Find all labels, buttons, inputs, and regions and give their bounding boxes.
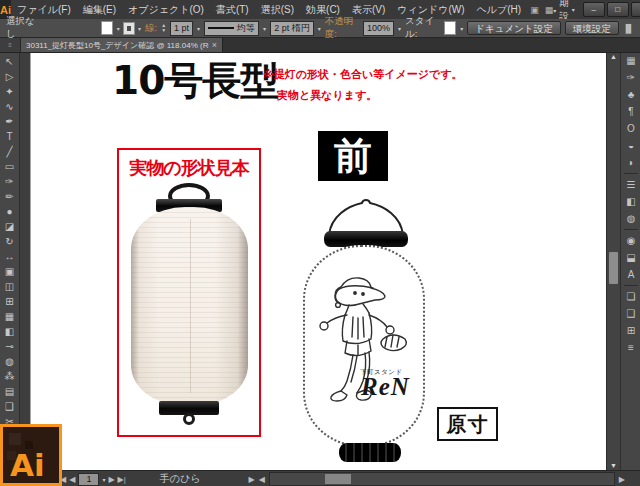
tool-selection[interactable]: ↖ [1, 54, 19, 69]
actual-size-box[interactable]: 原寸 [437, 407, 498, 441]
vertical-scroll-thumb[interactable] [609, 252, 618, 284]
panel-stroke[interactable]: ☰ [621, 176, 640, 193]
panel-brushes[interactable]: ✑ [621, 69, 640, 86]
appearance-icon: ◉ [627, 235, 636, 246]
opacity-label[interactable]: 不透明度: [325, 15, 359, 41]
stroke-label[interactable]: 線: [145, 22, 157, 35]
tool-mesh[interactable]: ▦ [1, 309, 19, 324]
tool-type[interactable]: T [1, 129, 19, 144]
menu-item-type[interactable]: 書式(T) [210, 0, 255, 19]
panel-paragraph[interactable]: ¶ [621, 103, 640, 120]
lantern-photo[interactable] [128, 182, 252, 440]
previous-artboard-icon[interactable]: ◀ [69, 475, 75, 484]
tool-rotate[interactable]: ↻ [1, 234, 19, 249]
tab-close-icon[interactable]: × [212, 40, 217, 50]
stroke-weight-stepper[interactable]: ▲▼ [161, 23, 166, 33]
menu-item-edit[interactable]: 編集(E) [77, 0, 122, 19]
tool-paintbrush[interactable]: ✑ [1, 174, 19, 189]
preferences-button[interactable]: 環境設定 [565, 21, 619, 35]
close-button[interactable]: × [631, 2, 640, 17]
artwork-title-text[interactable]: 10号長型 [112, 54, 278, 108]
tool-column-graph[interactable]: ▤ [1, 384, 19, 399]
tool-shape-builder[interactable]: ◫ [1, 279, 19, 294]
document-setup-button[interactable]: ドキュメント設定 [467, 21, 560, 35]
lasso-icon: ∿ [5, 101, 13, 112]
panel-artboards[interactable]: ❑ [621, 305, 640, 322]
tool-pencil[interactable]: ✏ [1, 189, 19, 204]
panel-opentype[interactable]: O [621, 120, 640, 137]
lantern-illustration[interactable]: 下町スタンド ReN [302, 198, 430, 464]
tool-gradient[interactable]: ◧ [1, 324, 19, 339]
column-graph-icon: ▤ [5, 386, 14, 397]
style-swatch[interactable] [444, 21, 456, 35]
menu-item-select[interactable]: 選択(S) [255, 0, 300, 19]
status-bar: |◀ ◀ 1 ▾ ▶ ▶| 手のひら ▶ ◀ ▶ [0, 470, 640, 486]
next-artboard-icon[interactable]: ▶ [108, 475, 114, 484]
panel-color[interactable]: ◒ [621, 137, 640, 154]
panel-symbols[interactable]: ♣ [621, 86, 640, 103]
panel-transform[interactable]: ⊞ [621, 322, 640, 339]
paintbrush-icon: ✑ [5, 176, 13, 187]
stroke-swatch[interactable] [124, 23, 134, 34]
tool-direct-selection[interactable]: ▷ [1, 69, 19, 84]
document-tab[interactable]: 30311_提灯長型10号_デザイン確認 @ 118.04% (RGB/プレビュ… [21, 38, 223, 52]
tool-perspective-grid[interactable]: ⊞ [1, 294, 19, 309]
menu-item-object[interactable]: オブジェクト(O) [122, 0, 210, 19]
menu-item-help[interactable]: ヘルプ(H) [471, 0, 528, 19]
tool-pen[interactable]: ✒ [1, 114, 19, 129]
panel-color-guide[interactable]: ◗ [621, 154, 640, 171]
vertical-scrollbar[interactable]: ▲ ▼ [606, 52, 620, 470]
width-icon: ↔ [5, 251, 15, 262]
status-expand-icon[interactable]: ▶ [249, 475, 255, 484]
panel-align[interactable]: ≡ [621, 339, 640, 356]
scroll-left-icon[interactable]: ◀ [259, 475, 265, 484]
tool-eraser[interactable]: ◪ [1, 219, 19, 234]
stroke-weight-field[interactable]: 1 pt [170, 21, 193, 36]
magic-wand-icon: ✦ [5, 86, 13, 97]
front-label-box[interactable]: 前 [318, 131, 388, 181]
tool-blob-brush[interactable]: ● [1, 204, 19, 219]
selection-status: 選択なし [6, 15, 39, 41]
arrange-documents-icon[interactable]: ▦▾ [545, 5, 557, 15]
opacity-field[interactable]: 100% [363, 21, 394, 36]
horizontal-scroll-thumb[interactable] [325, 474, 351, 484]
tool-symbol-sprayer[interactable]: ⁂ [1, 369, 19, 384]
menu-bar: Ai ファイル(F)編集(E)オブジェクト(O)書式(T)選択(S)効果(C)表… [0, 0, 640, 20]
artboard-dropdown-icon[interactable]: ▾ [102, 476, 105, 483]
maximize-button[interactable]: □ [607, 2, 629, 17]
panel-swatches[interactable]: ▦ [621, 52, 640, 69]
dock-divider [624, 173, 638, 174]
artwork-note-text[interactable]: ※提灯の形状・色合い等イメージです。 実物と異なります。 [263, 64, 463, 106]
brush-definition-dropdown[interactable]: 2 pt 楕円 [270, 21, 314, 36]
illustration-body: 下町スタンド ReN [303, 245, 425, 447]
tool-artboard[interactable]: ❑ [1, 399, 19, 414]
last-artboard-icon[interactable]: ▶| [118, 475, 126, 484]
artboard-number-field[interactable]: 1 [78, 473, 99, 486]
panel-collapse-icon[interactable]: ▐▌ [623, 24, 634, 33]
bridge-icon[interactable]: ▣ [530, 5, 539, 15]
tool-blend[interactable]: ◍ [1, 354, 19, 369]
scroll-up-icon[interactable]: ▲ [607, 53, 620, 60]
fill-swatch[interactable] [101, 21, 113, 35]
panel-gradient[interactable]: ◧ [621, 193, 640, 210]
stroke-profile-dropdown[interactable]: 均等 [204, 21, 259, 36]
symbol-sprayer-icon: ⁂ [5, 371, 15, 382]
pasteboard[interactable]: 10号長型 ※提灯の形状・色合い等イメージです。 実物と異なります。 実物の形状… [20, 52, 606, 470]
scroll-down-icon[interactable]: ▼ [607, 462, 620, 469]
tool-line-segment[interactable]: ╱ [1, 144, 19, 159]
panel-character-styles[interactable]: A [621, 266, 640, 283]
panel-layers[interactable]: ❏ [621, 288, 640, 305]
tool-lasso[interactable]: ∿ [1, 99, 19, 114]
tool-free-transform[interactable]: ▣ [1, 264, 19, 279]
tool-width[interactable]: ↔ [1, 249, 19, 264]
panel-appearance[interactable]: ◉ [621, 232, 640, 249]
tool-eyedropper[interactable]: ⊸ [1, 339, 19, 354]
tool-rectangle[interactable]: ▭ [1, 159, 19, 174]
panel-transparency[interactable]: ◍ [621, 210, 640, 227]
tool-magic-wand[interactable]: ✦ [1, 84, 19, 99]
layers-icon: ❏ [627, 291, 636, 302]
horizontal-scroll-track[interactable] [269, 472, 615, 486]
gradient-icon: ◧ [5, 326, 14, 337]
panel-graphic-styles[interactable]: ⬓ [621, 249, 640, 266]
minimize-button[interactable]: – [583, 2, 605, 17]
